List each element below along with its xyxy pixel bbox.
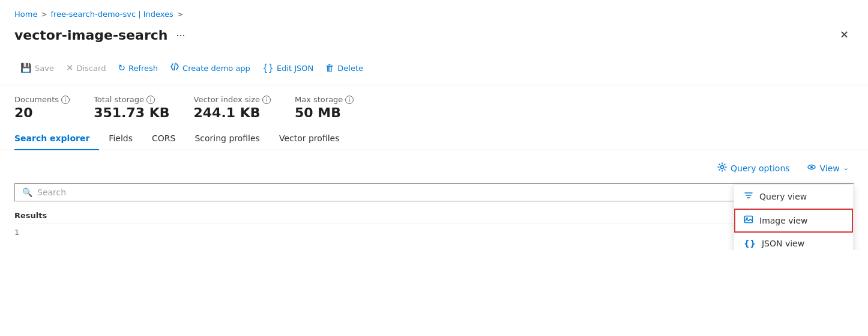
refresh-label: Refresh: [128, 64, 158, 73]
image-view-label: Image view: [759, 216, 808, 225]
stat-max-storage-label: Max storage: [295, 95, 343, 104]
search-bar: 🔍: [14, 183, 854, 201]
documents-info-icon[interactable]: i: [61, 96, 70, 104]
view-dropdown: Query view Image view {} JSON view: [734, 184, 854, 250]
stat-total-storage-label: Total storage: [94, 95, 144, 104]
edit-json-label: Edit JSON: [277, 64, 313, 73]
search-input[interactable]: [37, 188, 846, 197]
stat-total-storage-value: 351.73 KB: [94, 105, 169, 120]
svg-point-2: [810, 166, 813, 168]
save-icon: 💾: [20, 63, 32, 73]
toolbar: 💾 Save ✕ Discard ↻ Refresh Create demo a…: [0, 53, 868, 85]
stat-vector-index: Vector index size i 244.1 KB: [194, 95, 271, 120]
stat-documents: Documents i 20: [14, 95, 70, 120]
delete-button[interactable]: 🗑 Delete: [319, 59, 369, 77]
stats-area: Documents i 20 Total storage i 351.73 KB…: [0, 85, 868, 127]
json-view-label: JSON view: [762, 239, 804, 248]
svg-point-0: [720, 166, 723, 169]
save-button[interactable]: 💾 Save: [14, 59, 60, 77]
page-header: vector-image-search ··· ✕: [0, 23, 868, 53]
breadcrumb: Home > free-search-demo-svc | Indexes >: [0, 0, 868, 23]
view-button[interactable]: View ⌄: [802, 160, 854, 176]
query-options-button[interactable]: Query options: [713, 160, 795, 176]
table-row: 1: [14, 224, 854, 240]
total-storage-info-icon[interactable]: i: [146, 96, 155, 104]
delete-icon: 🗑: [325, 63, 334, 73]
tab-scoring-profiles[interactable]: Scoring profiles: [185, 127, 270, 150]
filter-icon: [744, 191, 753, 203]
breadcrumb-sep2: >: [177, 10, 183, 19]
tab-vector-profiles[interactable]: Vector profiles: [270, 127, 349, 150]
results-label: Results: [14, 211, 854, 220]
page-title-area: vector-image-search ···: [14, 28, 188, 43]
discard-icon: ✕: [66, 63, 74, 73]
refresh-button[interactable]: ↻ Refresh: [112, 59, 164, 77]
tab-fields[interactable]: Fields: [99, 127, 142, 150]
json-icon: {}: [744, 239, 756, 248]
query-view-option[interactable]: Query view: [734, 185, 853, 209]
edit-json-button[interactable]: {} Edit JSON: [256, 59, 319, 77]
stat-max-storage: Max storage i 50 MB: [295, 95, 354, 120]
stat-total-storage: Total storage i 351.73 KB: [94, 95, 169, 120]
delete-label: Delete: [337, 64, 363, 73]
breadcrumb-home[interactable]: Home: [14, 10, 37, 19]
svg-point-4: [746, 218, 748, 219]
search-icon: 🔍: [22, 188, 32, 197]
stat-vector-index-value: 244.1 KB: [194, 105, 271, 120]
content-area: Query options View ⌄ Query view: [0, 150, 868, 250]
tabs: Search explorer Fields CORS Scoring prof…: [0, 127, 868, 150]
more-options-button[interactable]: ···: [172, 28, 188, 43]
tab-search-explorer[interactable]: Search explorer: [14, 127, 99, 150]
create-demo-label: Create demo app: [182, 64, 250, 73]
top-bar: Query options View ⌄ Query view: [14, 160, 854, 176]
query-view-label: Query view: [759, 192, 807, 201]
discard-button[interactable]: ✕ Discard: [60, 59, 112, 77]
stat-vector-index-label: Vector index size: [194, 95, 260, 104]
vector-index-info-icon[interactable]: i: [262, 96, 271, 104]
query-options-label: Query options: [731, 163, 790, 173]
gear-icon: [717, 162, 727, 174]
refresh-icon: ↻: [118, 63, 125, 73]
stat-documents-label: Documents: [14, 95, 59, 104]
chevron-down-icon: ⌄: [843, 164, 849, 172]
page-title: vector-image-search: [14, 28, 167, 43]
breadcrumb-sep1: >: [41, 10, 47, 19]
eye-icon: [807, 162, 816, 174]
edit-json-icon: {}: [262, 63, 274, 73]
tab-cors[interactable]: CORS: [142, 127, 185, 150]
close-button[interactable]: ✕: [835, 26, 854, 44]
breadcrumb-service[interactable]: free-search-demo-svc | Indexes: [50, 10, 173, 19]
create-demo-button[interactable]: Create demo app: [164, 58, 256, 78]
max-storage-info-icon[interactable]: i: [345, 96, 354, 104]
image-view-option[interactable]: Image view: [734, 209, 853, 233]
view-label: View: [820, 163, 840, 173]
stat-max-storage-value: 50 MB: [295, 105, 354, 120]
discard-label: Discard: [77, 64, 106, 73]
row-number: 1: [14, 228, 38, 237]
stat-documents-value: 20: [14, 105, 70, 120]
save-label: Save: [35, 64, 54, 73]
image-icon: [744, 215, 753, 227]
json-view-option[interactable]: {} JSON view: [734, 233, 853, 250]
create-demo-icon: [170, 62, 179, 74]
